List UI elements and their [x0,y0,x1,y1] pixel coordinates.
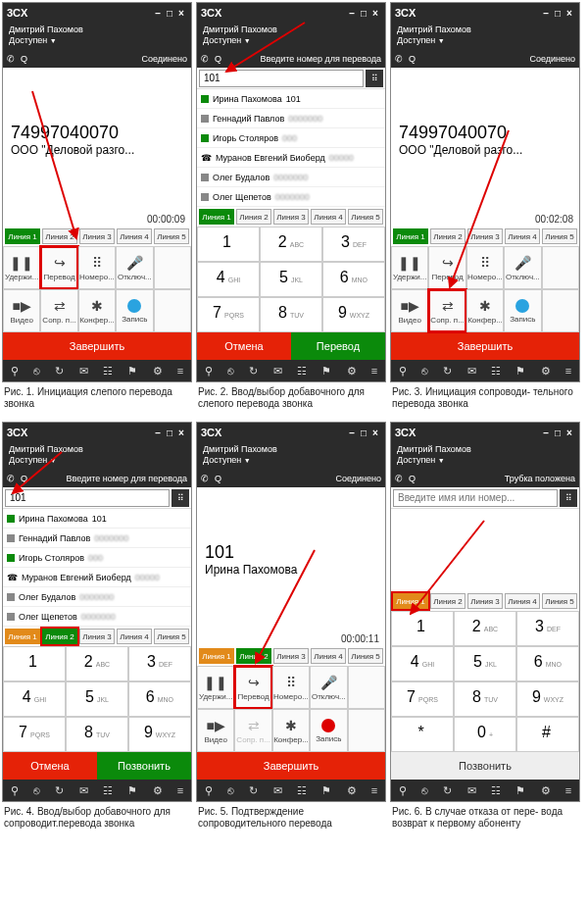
search-icon[interactable]: Q [21,54,27,64]
key-5[interactable]: 5JKL [260,262,322,297]
contact-row[interactable]: Олег Щепетов0000000 [197,187,385,207]
nav-icon[interactable]: ↻ [55,365,64,378]
caller-number: 74997040070 [11,123,183,143]
contact-row[interactable]: Олег Будалов0000000 [197,168,385,187]
record-button[interactable]: Запись [116,289,153,332]
transfer-button[interactable]: ↪Перевод [234,666,271,709]
contact-row[interactable]: Ирина Пахомова 101 [197,89,385,109]
video-icon: ■▶ [12,298,30,314]
chevron-down-icon[interactable]: ▼ [244,37,251,44]
filler [154,246,191,289]
filler [154,289,191,332]
key-8[interactable]: 8TUV [260,297,322,332]
caption-1: Рис. 1. Инициация слепого перевода звонк… [2,382,192,418]
line-3[interactable]: Линия 3 [79,228,115,244]
search-bar: ⠿ [197,68,385,89]
nav-icon[interactable]: ⚲ [11,365,19,378]
toolbar: ✆Q Соединено [3,50,191,68]
call-icon[interactable]: ✆ [201,54,209,64]
video-button[interactable]: ■▶Видео [3,289,40,332]
search-input[interactable] [5,489,170,507]
search-input[interactable] [393,489,558,507]
key-6[interactable]: 6MNO [322,262,385,297]
hold-button[interactable]: ❚❚Удержи... [3,246,40,289]
caption-5: Рис. 5. Подтверждение сопроводительного … [196,802,386,837]
line-1[interactable]: Линия 1 [5,228,40,244]
nav-icon[interactable]: ⚙ [153,365,163,378]
dialpad-toggle[interactable]: ⠿ [366,70,383,87]
min-icon[interactable]: – [346,8,358,19]
panel-6: 3CX–□× Дмитрий ПахомовДоступен ▼ ✆QТрубк… [390,422,580,802]
contact-list: Ирина Пахомова 101 Геннадий Павлов000000… [197,89,385,207]
contact-row[interactable]: Игорь Столяров000 [197,128,385,148]
cancel-button[interactable]: Отмена [197,332,291,360]
key-9[interactable]: 9WXYZ [322,297,385,332]
caller-name: ООО "Деловой разго... [11,143,183,157]
key-4[interactable]: 4GHI [197,262,260,297]
key-1[interactable]: 1 [197,227,260,262]
dialpad-button[interactable]: ⠿Номеро... [466,246,504,289]
conference-icon: ✱ [91,298,103,314]
call-info: 74997040070 ООО "Деловой разго... [3,68,191,212]
key-7[interactable]: 7PQRS [197,297,260,332]
line-5[interactable]: Линия 5 [154,228,189,244]
min-icon[interactable]: – [152,8,164,19]
titlebar: 3CX –□× [197,3,385,23]
action-grid: ❚❚Удержи... ↪Перевод ⠿Номеро... 🎤Отключ.… [3,246,191,332]
transfer-button[interactable]: ↪Перевод [428,246,466,289]
dialpad-icon: ⠿ [92,255,102,271]
nav-icon[interactable]: ⚑ [127,365,137,378]
bottom-nav: ⚲⎋↻✉☷⚑⚙≡ [3,360,191,381]
record-icon [127,299,141,313]
transfer-icon: ↪ [54,255,66,271]
nav-icon[interactable]: ≡ [177,365,183,377]
att-transfer-button[interactable]: ⇄Сопр. п... [428,289,466,332]
max-icon[interactable]: □ [358,8,369,19]
caption-2: Рис. 2. Ввод/выбор добавочного для слепо… [196,382,386,418]
nav-icon[interactable]: ☷ [103,365,113,378]
titlebar: 3CX – □ × [3,3,191,23]
transfer-button[interactable]: ↪Перевод [40,246,77,289]
key-3[interactable]: 3DEF [322,227,385,262]
dialpad: 1 2ABC 3DEF 4GHI 5JKL 6MNO 7PQRS 8TUV 9W… [197,227,385,332]
close-icon[interactable]: × [369,8,381,19]
hold-button[interactable]: ❚❚Удержи... [391,246,428,289]
end-call-button[interactable]: Завершить [3,332,191,360]
transfer-button[interactable]: Перевод [291,332,385,360]
line-2[interactable]: Линия 2 [42,228,77,244]
conference-button[interactable]: ✱Конфер... [78,289,116,332]
max-icon[interactable]: □ [164,8,175,19]
call-button[interactable]: Позвонить [391,752,579,780]
mic-icon: 🎤 [126,255,143,271]
call-button[interactable]: Позвонить [97,752,191,780]
line-tabs: Линия 1 Линия 2 Линия 3 Линия 4 Линия 5 [3,227,191,246]
contact-row[interactable]: Геннадий Павлов0000000 [197,109,385,128]
availability[interactable]: Доступен [9,35,47,46]
line-4[interactable]: Линия 4 [117,228,152,244]
cancel-button[interactable]: Отмена [3,752,97,780]
panel-3: 3CX–□× Дмитрий ПахомовДоступен ▼ ✆QСоеди… [390,2,580,382]
att-transfer-button[interactable]: ⇄Сопр. п... [40,289,77,332]
search-icon[interactable]: Q [215,54,221,64]
panel-1: 3CX – □ × Дмитрий Пахомов Доступен ▼ ✆Q … [2,2,192,382]
search-input[interactable] [199,70,364,87]
key-2[interactable]: 2ABC [260,227,322,262]
phone-icon: ☎ [201,153,212,163]
end-call-button[interactable]: Завершить [391,332,579,360]
video-button[interactable]: ■▶Видео [391,289,428,332]
conference-button[interactable]: ✱Конфер... [466,289,504,332]
user-status: Дмитрий Пахомов Доступен ▼ [3,23,191,50]
contact-row[interactable]: ☎Муранов Евгений Биоберд00000 [197,148,385,168]
mute-button[interactable]: 🎤Отключ... [116,246,153,289]
record-button[interactable]: Запись [504,289,541,332]
shuffle-icon: ⇄ [54,298,66,314]
chevron-down-icon[interactable]: ▼ [50,37,57,44]
mute-button[interactable]: 🎤Отключ... [504,246,541,289]
close-icon[interactable]: × [175,8,187,19]
pause-icon: ❚❚ [10,255,33,271]
call-icon[interactable]: ✆ [7,54,15,64]
nav-icon[interactable]: ⎋ [33,365,40,377]
dialpad-button[interactable]: ⠿Номеро... [78,246,116,289]
att-transfer-button: ⇄Сопр. п... [234,709,271,752]
nav-icon[interactable]: ✉ [79,365,88,378]
